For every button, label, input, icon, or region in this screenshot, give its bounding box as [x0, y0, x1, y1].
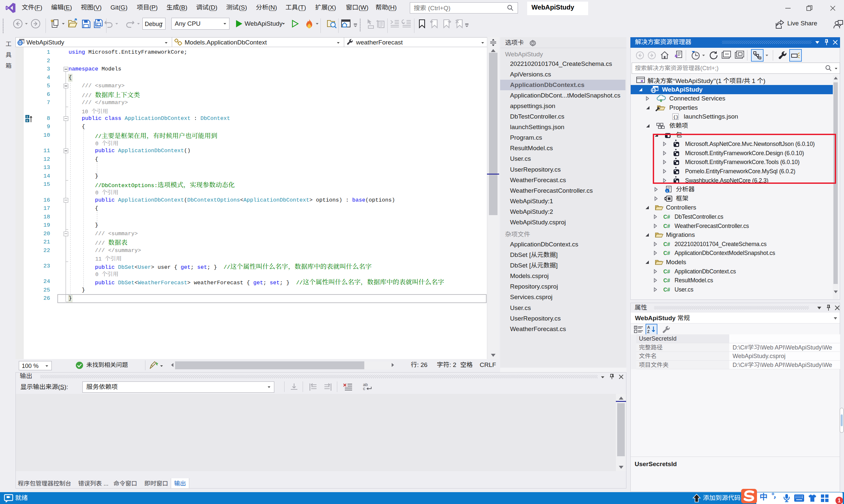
- svg-text:{}: {}: [673, 115, 678, 120]
- svg-text:c: c: [363, 386, 365, 391]
- svg-text:I: I: [27, 115, 28, 118]
- svg-text:A: A: [647, 325, 650, 330]
- svg-text:i: i: [667, 190, 668, 193]
- svg-text:O: O: [27, 119, 28, 122]
- svg-text:Z: Z: [647, 329, 650, 334]
